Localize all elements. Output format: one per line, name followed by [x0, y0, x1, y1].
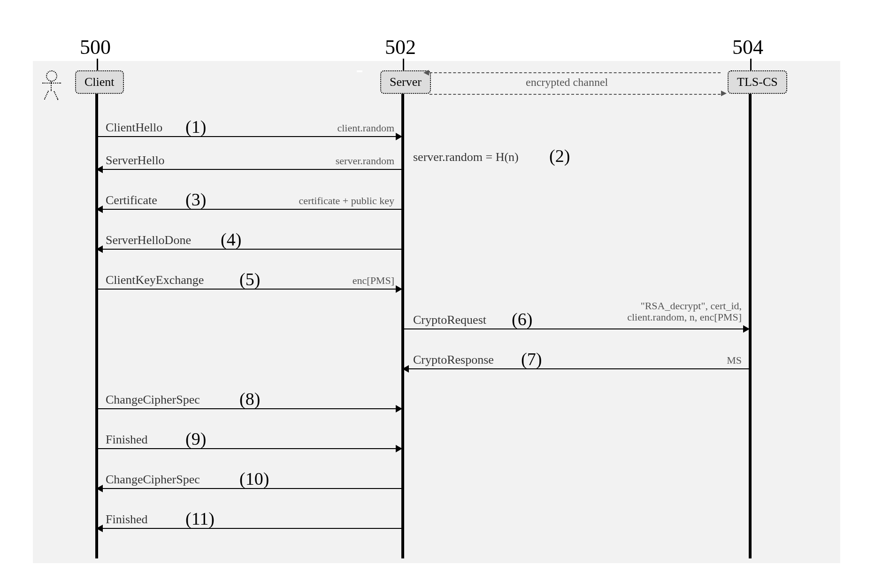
- msg-arrow-7: [402, 365, 409, 373]
- msg-label-7: CryptoResponse: [413, 353, 494, 367]
- ref-leader-client: [97, 59, 98, 70]
- lifeline-server: [401, 94, 404, 558]
- channel-arrow-left-top: [423, 70, 429, 76]
- ref-leader-tlscs: [750, 59, 752, 70]
- msg-line-4: [101, 249, 401, 250]
- ref-number-server: 502: [385, 35, 416, 59]
- participant-client-label: Client: [84, 75, 115, 89]
- participant-tlscs-label: TLS-CS: [737, 75, 778, 89]
- msg-label-5: ClientKeyExchange: [106, 273, 204, 287]
- msg-label-4: ServerHelloDone: [106, 233, 191, 247]
- participant-tlscs: TLS-CS: [728, 70, 787, 94]
- step-num-2: (2): [549, 145, 570, 166]
- msg-arrow-4: [96, 245, 103, 253]
- msg-arrow-6: [743, 325, 750, 333]
- server-random-annotation: server.random = H(n): [413, 150, 519, 164]
- msg-line-1: [98, 136, 399, 137]
- msg-line-11: [101, 528, 401, 529]
- sequence-diagram: 500 502 504 Client Server TLS-CS encrypt…: [0, 0, 875, 588]
- msg-payload-3: certificate + public key: [244, 195, 394, 207]
- channel-arrow-right-bottom: [721, 91, 727, 96]
- credit-watermark: [357, 70, 362, 72]
- step-num-7: (7): [521, 349, 542, 369]
- step-num-10: (10): [239, 468, 269, 489]
- msg-arrow-2: [96, 166, 103, 173]
- msg-payload-1: client.random: [300, 122, 394, 134]
- msg-arrow-3: [96, 206, 103, 213]
- msg-payload-2: server.random: [300, 155, 394, 167]
- step-num-11: (11): [185, 508, 215, 529]
- ref-leader-server: [403, 59, 404, 70]
- msg-label-1: ClientHello: [106, 121, 162, 135]
- msg-payload-5: enc[PMS]: [329, 275, 394, 287]
- step-num-8: (8): [239, 389, 260, 409]
- step-num-6: (6): [512, 309, 532, 329]
- participant-client: Client: [75, 70, 124, 94]
- msg-line-7: [407, 368, 749, 369]
- step-num-4: (4): [221, 229, 241, 250]
- msg-arrow-1: [396, 133, 402, 140]
- msg-arrow-5: [396, 285, 402, 293]
- step-num-5: (5): [239, 269, 260, 290]
- msg-line-9: [98, 448, 399, 449]
- participant-server-label: Server: [390, 75, 422, 89]
- msg-arrow-10: [96, 485, 103, 492]
- step-num-3: (3): [185, 189, 206, 210]
- msg-label-10: ChangeCipherSpec: [106, 473, 200, 487]
- msg-label-2: ServerHello: [106, 153, 165, 168]
- encrypted-channel-label: encrypted channel: [526, 76, 608, 89]
- msg-line-3: [101, 209, 401, 210]
- msg-label-6: CryptoRequest: [413, 313, 486, 327]
- msg-line-6: [404, 328, 746, 329]
- ref-number-client: 500: [80, 35, 111, 59]
- msg-line-2: [101, 169, 401, 170]
- step-num-1: (1): [185, 116, 206, 137]
- msg-label-3: Certificate: [106, 193, 157, 207]
- msg-label-8: ChangeCipherSpec: [106, 393, 200, 407]
- actor-icon: [40, 70, 63, 103]
- msg-arrow-8: [396, 405, 402, 412]
- step-num-9: (9): [185, 428, 206, 449]
- msg-arrow-9: [396, 445, 402, 452]
- msg-payload-6: "RSA_decrypt", cert_id, client.random, n…: [563, 300, 742, 323]
- msg-label-11: Finished: [106, 512, 148, 527]
- msg-label-9: Finished: [106, 433, 148, 447]
- msg-arrow-11: [96, 525, 103, 532]
- ref-number-tlscs: 504: [732, 35, 763, 59]
- msg-payload-7: MS: [709, 354, 742, 367]
